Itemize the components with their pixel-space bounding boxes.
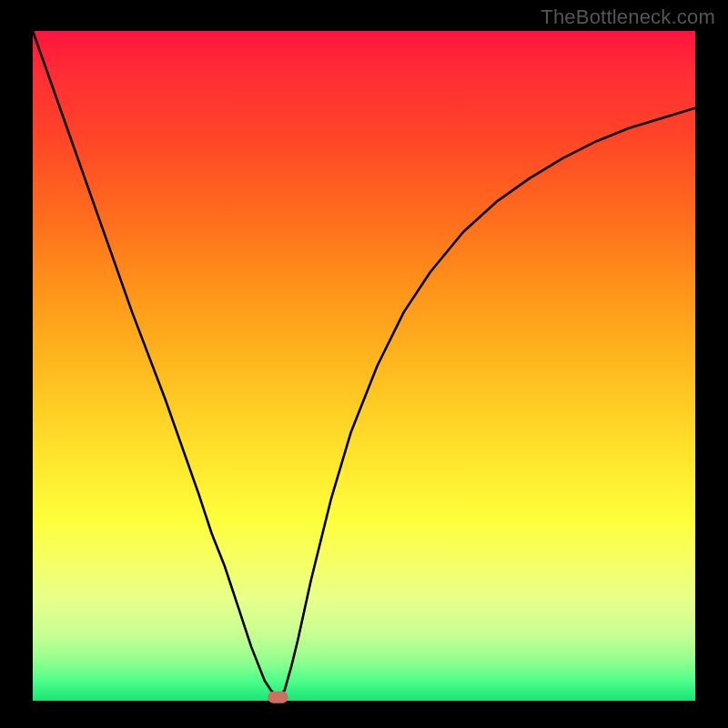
bottleneck-chart [0,0,728,728]
plot-background [33,31,695,701]
watermark-text: TheBottleneck.com [541,5,715,29]
optimal-marker [268,692,288,703]
chart-frame: TheBottleneck.com [0,0,728,728]
